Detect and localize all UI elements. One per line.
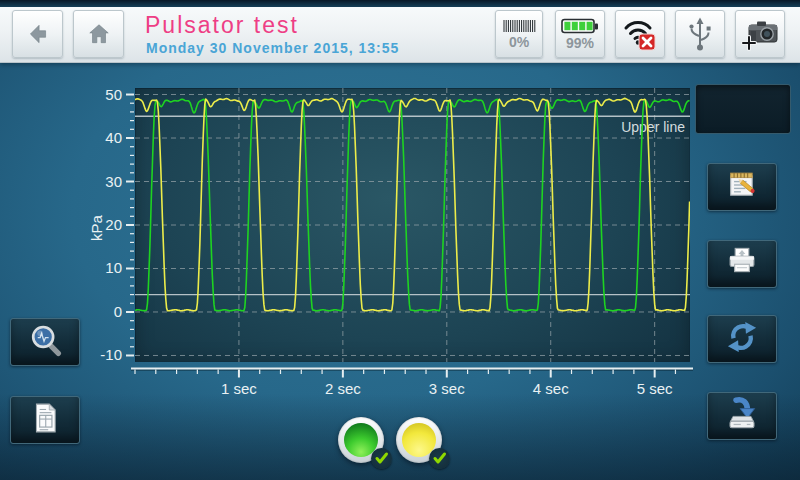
battery-status-button[interactable]: 99%: [555, 10, 605, 58]
channel-green-toggle[interactable]: [338, 417, 384, 463]
zoom-button[interactable]: [10, 318, 80, 366]
camera-plus-icon: [740, 16, 780, 52]
print-button[interactable]: [707, 240, 777, 288]
battery-icon: [561, 18, 599, 35]
page-title: Pulsator test: [145, 12, 299, 39]
usage-meter-icon: [502, 19, 536, 34]
notes-button[interactable]: [707, 163, 777, 211]
magnifier-icon: [28, 323, 62, 361]
report-button[interactable]: [10, 396, 80, 444]
svg-text:30: 30: [105, 173, 122, 190]
yellow-check-icon: [429, 448, 450, 469]
svg-text:10: 10: [105, 259, 122, 276]
battery-percent-label: 99%: [566, 36, 594, 50]
svg-text:1 sec: 1 sec: [221, 380, 257, 397]
back-arrow-icon: [25, 21, 51, 47]
memory-usage-button[interactable]: 0%: [495, 10, 543, 58]
svg-text:0: 0: [114, 303, 122, 320]
home-icon: [86, 21, 112, 47]
notepad-pencil-icon: [725, 168, 759, 206]
refresh-icon: [725, 320, 759, 358]
save-button[interactable]: [707, 392, 777, 440]
back-button[interactable]: [12, 10, 63, 58]
svg-text:kPa: kPa: [88, 214, 105, 241]
usb-status-button[interactable]: [675, 10, 725, 58]
usb-icon: [685, 16, 715, 52]
svg-text:5 sec: 5 sec: [637, 380, 673, 397]
screenshot-button[interactable]: [735, 10, 785, 58]
header-bar: Pulsator test Monday 30 November 2015, 1…: [0, 7, 800, 63]
save-archive-icon: [724, 397, 760, 435]
wifi-status-button[interactable]: [615, 10, 665, 58]
info-display-panel: [695, 84, 791, 134]
svg-text:50: 50: [105, 86, 122, 103]
svg-text:40: 40: [105, 129, 122, 146]
page-datetime: Monday 30 November 2015, 13:55: [146, 40, 399, 56]
svg-text:-10: -10: [100, 346, 122, 363]
svg-text:2 sec: 2 sec: [325, 380, 361, 397]
svg-text:3 sec: 3 sec: [429, 380, 465, 397]
svg-text:20: 20: [105, 216, 122, 233]
green-check-icon: [371, 448, 392, 469]
svg-text:4 sec: 4 sec: [533, 380, 569, 397]
top-strip: [0, 0, 800, 7]
wifi-disconnected-icon: [622, 17, 658, 51]
usage-percent-label: 0%: [509, 35, 529, 49]
refresh-button[interactable]: [707, 315, 777, 363]
printer-icon: [725, 245, 759, 283]
app-screen: Pulsator test Monday 30 November 2015, 1…: [0, 0, 800, 480]
channel-yellow-toggle[interactable]: [396, 417, 442, 463]
pulsation-chart-plot-area: [135, 88, 690, 362]
document-icon: [29, 401, 61, 439]
home-button[interactable]: [73, 10, 124, 58]
